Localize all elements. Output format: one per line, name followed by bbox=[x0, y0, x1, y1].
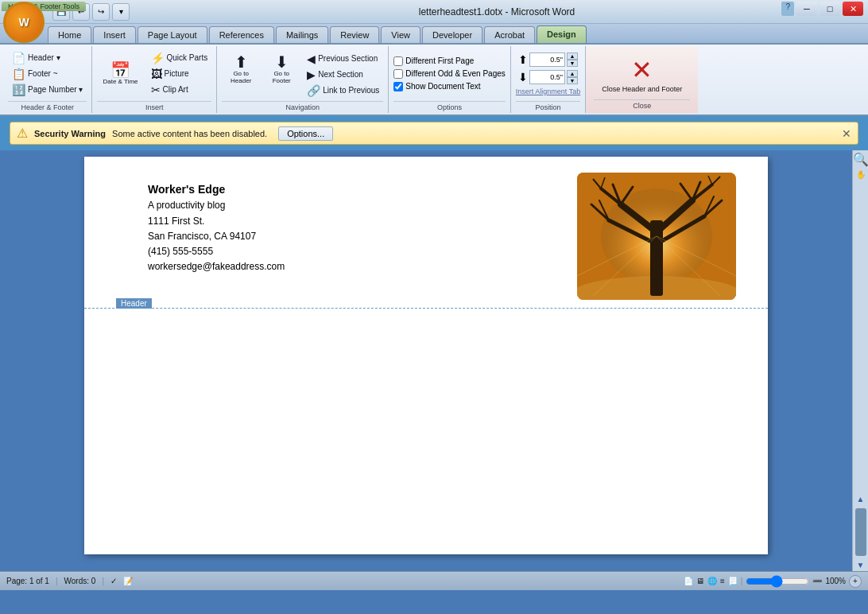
date-time-button[interactable]: 📅 Date & Time bbox=[97, 58, 143, 89]
header-footer-buttons: 📄 Header ▾ 📋 Footer ~ 🔢 Page Number ▾ bbox=[8, 48, 87, 99]
security-bar-wrapper: ⚠ Security Warning Some active content h… bbox=[0, 116, 868, 150]
group-header-footer: 📄 Header ▾ 📋 Footer ~ 🔢 Page Number ▾ bbox=[3, 46, 92, 113]
header-icon: 📄 bbox=[12, 52, 25, 64]
close-header-footer-button[interactable]: ✕ Close Header and Footer bbox=[594, 50, 690, 98]
zoom-bar: 📄 🖥 🌐 ≡ 📃 | ➖ 100% + bbox=[684, 575, 862, 588]
status-bar: Page: 1 of 1 | Words: 0 | ✓ 📝 📄 🖥 🌐 ≡ 📃 … bbox=[0, 571, 868, 590]
go-to-footer-button[interactable]: ⬇ Go toFooter bbox=[262, 50, 300, 88]
content-area: Worker's Edge A productivity blog 1111 F… bbox=[0, 150, 868, 571]
footer-pos-up[interactable]: ▲ bbox=[567, 70, 578, 77]
tab-bar: Header & Footer Tools Home Insert Page L… bbox=[0, 24, 868, 45]
minimize-button[interactable]: ─ bbox=[796, 2, 817, 16]
right-tools-panel: 🔍 ✋ ▲ ▼ bbox=[852, 150, 868, 571]
company-email: workersedge@fakeaddress.com bbox=[148, 259, 285, 274]
zoom-minus[interactable]: ➖ bbox=[812, 577, 822, 585]
quick-access-more[interactable]: ▾ bbox=[112, 3, 130, 21]
ribbon: Header & Footer Tools Home Insert Page L… bbox=[0, 24, 868, 116]
track-changes-icon[interactable]: 📝 bbox=[123, 577, 133, 585]
hand-tool[interactable]: ✋ bbox=[856, 170, 866, 179]
security-bar-message: Some active content has been disabled. bbox=[112, 129, 267, 138]
zoom-level: 100% bbox=[825, 577, 846, 585]
security-bar: ⚠ Security Warning Some active content h… bbox=[10, 122, 858, 145]
view-mode-draft[interactable]: 📃 bbox=[728, 577, 738, 585]
show-document-text-option[interactable]: Show Document Text bbox=[393, 81, 480, 92]
link-to-previous-button[interactable]: 🔗 Link to Previous bbox=[303, 84, 383, 98]
quick-parts-icon: ⚡ bbox=[151, 52, 165, 64]
tab-review[interactable]: Review bbox=[330, 26, 379, 43]
tab-insert[interactable]: Insert bbox=[93, 26, 136, 43]
company-address1: 1111 First St. bbox=[148, 214, 285, 229]
tab-view[interactable]: View bbox=[381, 26, 420, 43]
picture-icon: 🖼 bbox=[151, 68, 162, 80]
position-bottom-icon: ⬇ bbox=[518, 71, 528, 84]
company-info-block: Worker's Edge A productivity blog 1111 F… bbox=[148, 173, 285, 274]
footer-position-input[interactable] bbox=[529, 70, 565, 84]
header-position-input[interactable] bbox=[529, 52, 565, 67]
zoom-tool[interactable]: 🔍 bbox=[853, 152, 869, 167]
close-button-area: ✕ Close Header and Footer bbox=[594, 49, 690, 98]
group-insert: 📅 Date & Time ⚡ Quick Parts 🖼 Picture bbox=[92, 46, 217, 113]
prev-section-icon: ◀ bbox=[307, 53, 316, 64]
tab-references[interactable]: References bbox=[209, 26, 274, 43]
date-time-icon: 📅 bbox=[110, 62, 130, 78]
different-first-page-checkbox[interactable] bbox=[393, 56, 403, 66]
close-x-icon: ✕ bbox=[631, 55, 653, 85]
security-warning-icon: ⚠ bbox=[17, 126, 28, 141]
header-pos-up[interactable]: ▲ bbox=[567, 52, 578, 60]
insert-alignment-tab[interactable]: Insert Alignment Tab bbox=[516, 87, 580, 95]
tab-page-layout[interactable]: Page Layout bbox=[138, 26, 207, 43]
tab-design[interactable]: Design bbox=[537, 25, 587, 43]
office-button[interactable]: W bbox=[3, 2, 45, 43]
security-bar-close[interactable]: ✕ bbox=[842, 127, 851, 140]
go-to-header-button[interactable]: ⬆ Go toHeader bbox=[222, 50, 260, 88]
view-mode-full[interactable]: 🖥 bbox=[696, 577, 704, 585]
tree-image bbox=[577, 173, 736, 300]
go-header-icon: ⬆ bbox=[234, 54, 248, 70]
tab-developer[interactable]: Developer bbox=[422, 26, 482, 43]
close-button[interactable]: ✕ bbox=[843, 2, 863, 16]
group-insert-label: Insert bbox=[97, 101, 211, 111]
document-scroll-area[interactable]: Worker's Edge A productivity blog 1111 F… bbox=[0, 150, 852, 571]
group-close-label: Close bbox=[594, 99, 690, 110]
scroll-up-tool[interactable]: ▲ bbox=[857, 495, 865, 503]
different-odd-even-option[interactable]: Different Odd & Even Pages bbox=[393, 68, 505, 80]
show-document-text-checkbox[interactable] bbox=[393, 82, 403, 91]
help-btn[interactable]: ? bbox=[781, 2, 794, 16]
security-options-button[interactable]: Options... bbox=[278, 126, 333, 141]
quick-access-redo[interactable]: ↪ bbox=[92, 3, 110, 21]
group-close: ✕ Close Header and Footer Close bbox=[586, 46, 698, 113]
spell-check-icon[interactable]: ✓ bbox=[110, 577, 117, 585]
previous-section-button[interactable]: ◀ Previous Section bbox=[303, 52, 383, 66]
scroll-down-tool[interactable]: ▼ bbox=[857, 561, 865, 569]
group-position: ⬆ ▲ ▼ ⬇ ▲ ▼ bbox=[511, 46, 586, 113]
different-first-page-option[interactable]: Different First Page bbox=[393, 56, 474, 67]
next-section-button[interactable]: ▶ Next Section bbox=[303, 68, 383, 82]
header-button[interactable]: 📄 Header ▾ bbox=[8, 51, 87, 65]
go-footer-icon: ⬇ bbox=[275, 54, 289, 70]
zoom-slider[interactable] bbox=[746, 575, 809, 588]
header-label: Header bbox=[116, 298, 152, 309]
quick-parts-button[interactable]: ⚡ Quick Parts bbox=[147, 51, 212, 65]
header-pos-down[interactable]: ▼ bbox=[567, 60, 578, 67]
tab-mailings[interactable]: Mailings bbox=[276, 26, 328, 43]
maximize-button[interactable]: □ bbox=[820, 2, 840, 16]
view-mode-print[interactable]: 📄 bbox=[684, 577, 693, 585]
page-number-button[interactable]: 🔢 Page Number ▾ bbox=[8, 83, 87, 97]
picture-button[interactable]: 🖼 Picture bbox=[147, 67, 212, 81]
footer-pos-down[interactable]: ▼ bbox=[567, 77, 578, 84]
options-checkboxes: Different First Page Different Odd & Eve… bbox=[393, 48, 505, 99]
clip-art-button[interactable]: ✂ Clip Art bbox=[147, 83, 212, 97]
insert-buttons: 📅 Date & Time ⚡ Quick Parts 🖼 Picture bbox=[97, 48, 211, 99]
different-odd-even-checkbox[interactable] bbox=[393, 69, 403, 79]
view-mode-web[interactable]: 🌐 bbox=[707, 577, 717, 585]
zoom-plus[interactable]: + bbox=[849, 575, 862, 588]
page-indicator: Page: 1 of 1 bbox=[6, 577, 49, 585]
footer-position-arrows: ▲ ▼ bbox=[567, 70, 578, 84]
document-body[interactable] bbox=[84, 309, 768, 547]
tab-acrobat[interactable]: Acrobat bbox=[484, 26, 535, 43]
ribbon-content: 📄 Header ▾ 📋 Footer ~ 🔢 Page Number ▾ bbox=[0, 45, 868, 116]
scroll-thumb[interactable] bbox=[855, 508, 866, 556]
view-mode-outline[interactable]: ≡ bbox=[720, 577, 725, 585]
tab-home[interactable]: Home bbox=[48, 26, 91, 43]
footer-button[interactable]: 📋 Footer ~ bbox=[8, 67, 87, 81]
